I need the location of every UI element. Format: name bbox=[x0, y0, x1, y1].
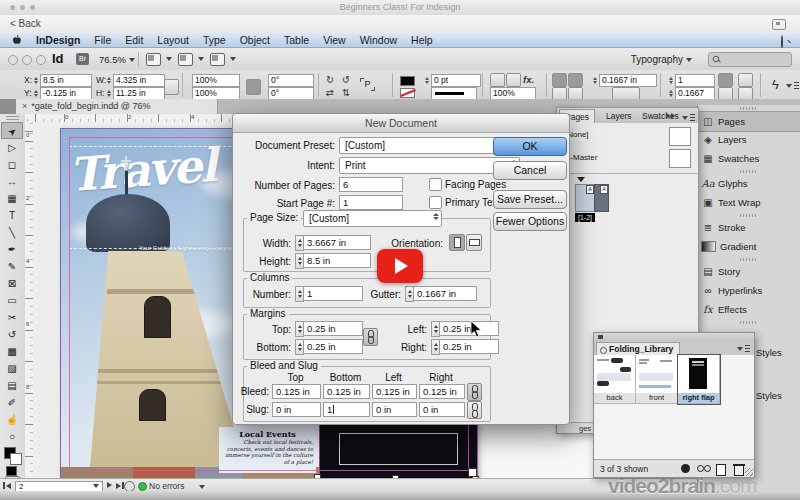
tool-rectangle-frame[interactable]: ⊠ bbox=[1, 275, 23, 292]
margin-bottom-field[interactable]: 0.25 in bbox=[303, 339, 363, 354]
menu-layout[interactable]: Layout bbox=[157, 34, 189, 46]
menu-indesign[interactable]: InDesign bbox=[36, 34, 80, 46]
menu-help[interactable]: Help bbox=[411, 34, 433, 46]
view-options-button[interactable] bbox=[146, 52, 172, 66]
slug-bottom-field[interactable]: 1 bbox=[323, 402, 370, 417]
x-stepper[interactable] bbox=[33, 74, 39, 86]
corner-radius-field[interactable]: 0.1667 in bbox=[599, 74, 657, 87]
fill-color-swatch[interactable] bbox=[400, 76, 415, 86]
dock-item-text-wrap[interactable]: ▣Text Wrap bbox=[698, 193, 800, 212]
last-page-button[interactable] bbox=[116, 482, 124, 489]
rotate-cw-icon[interactable]: ↻ bbox=[326, 74, 334, 85]
arrange-documents-button[interactable] bbox=[210, 52, 236, 66]
y-stepper[interactable] bbox=[33, 87, 39, 99]
slug-link-broken-icon[interactable] bbox=[467, 401, 482, 419]
library-search-icon[interactable] bbox=[697, 464, 710, 473]
dock-item-gradient[interactable]: Gradient bbox=[698, 237, 800, 256]
tool-content-collector[interactable]: ▦ bbox=[1, 190, 23, 207]
tool-zoom[interactable]: ○ bbox=[1, 428, 23, 445]
transparency-icon[interactable] bbox=[506, 73, 521, 87]
dialog-title[interactable]: New Document bbox=[233, 114, 569, 133]
constrain-proportions-icon[interactable] bbox=[164, 79, 179, 95]
scale-x-field[interactable]: 100% bbox=[192, 74, 240, 87]
menu-view[interactable]: View bbox=[323, 34, 346, 46]
tool-pencil[interactable]: ✎ bbox=[1, 258, 23, 275]
tools-stroke-swatch[interactable] bbox=[10, 453, 22, 465]
next-page-button[interactable] bbox=[107, 482, 112, 488]
w-stepper[interactable] bbox=[106, 74, 112, 86]
dock-item-paragraph-styles[interactable]: Styles bbox=[756, 347, 782, 358]
tools-grip[interactable] bbox=[6, 116, 19, 120]
spread-collapse-icon[interactable] bbox=[577, 177, 585, 182]
workspace-switcher[interactable]: Typography bbox=[631, 54, 692, 65]
spread-name-label[interactable]: [1-2] bbox=[575, 213, 595, 222]
bleed-bottom-field[interactable]: 0.125 in bbox=[323, 384, 370, 399]
number-of-pages-field[interactable]: 6 bbox=[339, 177, 403, 192]
tools-default-swatch[interactable] bbox=[6, 466, 17, 476]
back-button[interactable]: < Back bbox=[10, 18, 41, 29]
panel-collapse-icon[interactable] bbox=[666, 113, 676, 119]
first-page-button[interactable] bbox=[3, 482, 11, 489]
tool-free-transform[interactable]: ↺ bbox=[1, 326, 23, 343]
spotlight-search-icon[interactable] bbox=[781, 36, 790, 45]
tool-scissors[interactable]: ✂ bbox=[1, 309, 23, 326]
pages-panel-menu-icon[interactable] bbox=[682, 113, 695, 122]
tab-overflow-icon[interactable] bbox=[0, 99, 16, 114]
slug-top-field[interactable]: 0 in bbox=[272, 402, 321, 417]
cancel-button[interactable]: Cancel bbox=[493, 161, 567, 180]
tool-pen[interactable]: ✒ bbox=[1, 241, 23, 258]
video-play-button[interactable] bbox=[377, 249, 423, 283]
library-item-front[interactable]: front bbox=[636, 355, 678, 404]
page-thumbnail-2[interactable]: A bbox=[594, 184, 609, 212]
dock-item-character-styles[interactable]: Styles bbox=[756, 390, 782, 401]
orientation-portrait-button[interactable] bbox=[449, 234, 465, 251]
stroke-color-swatch[interactable] bbox=[400, 88, 415, 98]
stroke-weight-field[interactable]: 0 pt bbox=[431, 74, 481, 87]
tab-layers[interactable]: Layers bbox=[601, 109, 637, 123]
zoom-level-dropdown[interactable]: 76.5% bbox=[99, 54, 135, 65]
menu-table[interactable]: Table bbox=[284, 34, 309, 46]
bleed-left-field[interactable]: 0.125 in bbox=[372, 384, 417, 399]
slug-right-field[interactable]: 0 in bbox=[419, 402, 465, 417]
align-top-icon[interactable] bbox=[738, 73, 753, 87]
preflight-menu-icon[interactable] bbox=[199, 485, 205, 489]
search-input[interactable] bbox=[708, 52, 792, 67]
tool-hand[interactable]: ☝ bbox=[1, 411, 23, 428]
corner-radius-stepper[interactable] bbox=[592, 74, 598, 86]
margin-right-field[interactable]: 0.25 in bbox=[439, 339, 499, 354]
library-item-back[interactable]: back bbox=[594, 355, 636, 404]
tab-close-icon[interactable]: × bbox=[22, 101, 27, 111]
library-panel-menu-icon[interactable] bbox=[737, 344, 750, 353]
library-close-icon[interactable] bbox=[598, 335, 603, 339]
tool-direct-selection[interactable]: ▷ bbox=[1, 139, 23, 156]
tool-gradient-feather[interactable]: ▨ bbox=[1, 360, 23, 377]
margins-link-icon[interactable] bbox=[363, 328, 378, 346]
dock-item-swatches[interactable]: ▦Swatches bbox=[698, 149, 800, 168]
stroke-weight-stepper[interactable] bbox=[424, 74, 430, 86]
width-field[interactable]: 3.6667 in bbox=[303, 235, 371, 250]
ok-button[interactable]: OK bbox=[493, 137, 567, 156]
menu-object[interactable]: Object bbox=[240, 34, 270, 46]
flip-vertical-icon[interactable]: ⇅ bbox=[342, 87, 350, 98]
page-size-dropdown[interactable]: [Custom] bbox=[303, 210, 442, 227]
link-scale-icon[interactable] bbox=[246, 79, 261, 95]
w-field[interactable]: 4.325 in bbox=[113, 74, 165, 87]
app-close-icon[interactable] bbox=[8, 55, 18, 65]
content-grabber-icon[interactable]: P bbox=[360, 77, 375, 92]
effects-fx-icon[interactable]: fx. bbox=[523, 74, 534, 85]
tool-eyedropper[interactable]: ✐ bbox=[1, 394, 23, 411]
columns-gutter-field[interactable]: 0.1667 in bbox=[413, 286, 477, 301]
frame-fitting-icon[interactable] bbox=[568, 73, 583, 87]
bridge-button[interactable]: Br bbox=[76, 53, 89, 65]
menu-edit[interactable]: Edit bbox=[125, 34, 143, 46]
menu-type[interactable]: Type bbox=[203, 34, 226, 46]
tool-gap[interactable]: ↔ bbox=[1, 173, 23, 190]
control-panel-menu-icon[interactable] bbox=[786, 81, 799, 90]
document-tab[interactable]: ×*gate_fold_begin.indd @ 76% bbox=[16, 99, 218, 114]
tool-page[interactable]: ◻ bbox=[1, 156, 23, 173]
item-info-icon[interactable] bbox=[681, 464, 690, 473]
dock-item-glyphs[interactable]: AaGlyphs bbox=[698, 174, 800, 193]
menu-file[interactable]: File bbox=[94, 34, 111, 46]
bleed-link-icon[interactable] bbox=[467, 383, 482, 401]
orientation-landscape-button[interactable] bbox=[466, 234, 482, 251]
